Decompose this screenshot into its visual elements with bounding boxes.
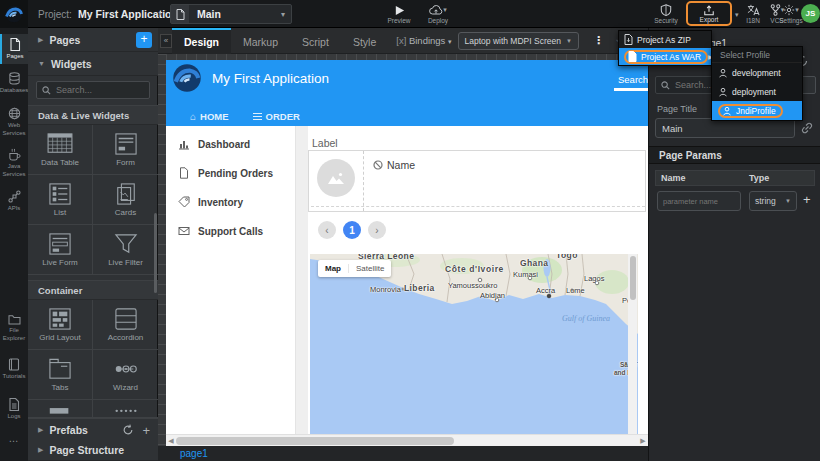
rail-item-java-services[interactable]: Java Services [0, 144, 28, 180]
widget-partial-2[interactable] [93, 400, 158, 418]
nav-home[interactable]: ⌂HOME [190, 111, 229, 122]
rail-item-file-explorer[interactable]: File Explorer [0, 310, 28, 346]
widget-partial-1[interactable] [28, 400, 93, 418]
menu-divider [296, 126, 308, 434]
add-page-button[interactable]: + [136, 32, 152, 48]
add-param-button[interactable]: + [803, 192, 811, 207]
panel-icon [47, 404, 73, 414]
preview-button[interactable]: Preview [382, 2, 416, 26]
tutorial-highlight-ring: JndiProfile [718, 104, 783, 118]
list-widget[interactable]: Name [308, 150, 646, 212]
rail-item-web-services[interactable]: Web Services [0, 103, 28, 139]
designed-page[interactable]: My First Application Search ⌂HOME ORDER … [166, 60, 648, 446]
rail-item-pages[interactable]: Pages [0, 34, 28, 64]
tab-style[interactable]: Style [341, 28, 388, 54]
menu-item-dashboard[interactable]: Dashboard [166, 134, 296, 154]
tab-design[interactable]: Design [172, 28, 231, 54]
bindings-button[interactable]: Bindings ▾ [396, 35, 451, 46]
widget-live-filter[interactable]: Live Filter [93, 225, 158, 275]
widget-wizard[interactable]: Wizard [93, 350, 158, 400]
label-widget[interactable]: Label [312, 137, 338, 149]
i18n-button[interactable]: I18N [741, 2, 765, 26]
tutorial-highlight-ring: Project As WAR [624, 50, 708, 64]
tutorials-icon [8, 358, 20, 371]
pages-panel-header[interactable]: ▶ Pages + [28, 28, 158, 52]
scroll-right-arrow[interactable]: ▶ [638, 437, 648, 445]
widget-grid-layout[interactable]: Grid Layout [28, 300, 93, 350]
dashed-divider [311, 206, 645, 207]
tab-markup[interactable]: Markup [231, 28, 290, 54]
widget-cards[interactable]: Cards [93, 175, 158, 225]
widget-list[interactable]: List [28, 175, 93, 225]
page-horizontal-scrollbar[interactable]: ◀ ▶ [166, 434, 648, 446]
rail-more-button[interactable]: … [0, 433, 28, 444]
page-structure-header[interactable]: ▶ Page Structure [28, 439, 158, 461]
map-label-gulf-of-guinea: Gulf of Guinea [562, 314, 610, 323]
widgets-panel-header[interactable]: ▼ Widgets [28, 52, 158, 76]
live-form-icon [48, 233, 72, 255]
profile-development[interactable]: development [712, 63, 802, 82]
widget-search[interactable] [36, 81, 150, 99]
rail-item-databases[interactable]: Databases [0, 68, 28, 98]
scroll-left-arrow[interactable]: ◀ [166, 437, 176, 445]
param-name-input[interactable] [657, 191, 741, 211]
project-label: Project: [38, 9, 72, 20]
kebab-menu-icon[interactable]: ⋮ [593, 34, 604, 47]
i18n-icon [747, 4, 760, 16]
rail-item-apis[interactable]: APIs [0, 186, 28, 216]
device-selector[interactable]: Laptop with MDPI Screen▼ [458, 32, 579, 50]
profile-jndiprofile[interactable]: JndiProfile [712, 101, 802, 120]
export-chevron-icon[interactable]: ▾ [735, 11, 739, 19]
page-number[interactable]: 1 [343, 221, 361, 239]
refresh-icon[interactable] [122, 424, 134, 436]
vertical-ruler [158, 54, 166, 446]
nav-order[interactable]: ORDER [253, 111, 300, 122]
page-selector-dropdown[interactable]: Main ▾ [170, 4, 292, 24]
add-prefab-button[interactable]: + [142, 423, 150, 438]
menu-item-pending-orders[interactable]: Pending Orders [166, 163, 296, 183]
brand-logo[interactable] [0, 0, 28, 28]
scrollbar-thumb[interactable] [176, 437, 454, 445]
wavemaker-studio: Project: My First Application › Main ▾ P… [0, 0, 820, 461]
logs-icon [8, 398, 20, 411]
menu-item-support-calls[interactable]: Support Calls [166, 221, 296, 241]
param-type-select[interactable]: string ▼ [749, 191, 797, 211]
app-nav: ⌂HOME ORDER [166, 106, 648, 126]
bottom-tab-page1[interactable]: page1 [180, 448, 208, 459]
page-vertical-scrollbar[interactable] [628, 254, 637, 434]
menu-item-project-as-zip[interactable]: Project As ZIP [619, 31, 711, 48]
widget-tabs[interactable]: Tabs [28, 350, 93, 400]
widget-search-input[interactable] [56, 85, 136, 95]
pagination: 1 [318, 221, 393, 239]
rail-item-logs[interactable]: Logs [0, 394, 28, 424]
widget-live-form[interactable]: Live Form [28, 225, 93, 275]
palette-scrollbar[interactable] [154, 213, 157, 293]
page-prev-button[interactable] [318, 221, 336, 239]
satellite-button[interactable]: Satellite [349, 264, 391, 273]
security-button[interactable]: Security [650, 2, 682, 26]
chevron-down-icon: ▾ [443, 6, 447, 14]
map-widget[interactable]: Sierra Leone Monrovia Liberia Côte d'Ivo… [310, 254, 638, 434]
menu-item-inventory[interactable]: Inventory [166, 192, 296, 212]
profile-deployment[interactable]: deployment [712, 82, 802, 101]
deploy-button[interactable]: ▾ Deploy [418, 2, 458, 26]
export-button[interactable]: Export [686, 1, 732, 26]
page-next-button[interactable] [368, 221, 386, 239]
map-button[interactable]: Map [318, 264, 349, 273]
app-search-link[interactable]: Search [618, 74, 648, 85]
triangle-right-icon: ▶ [38, 426, 43, 434]
widget-form[interactable]: Form [93, 125, 158, 175]
rail-item-tutorials[interactable]: Tutorials [0, 354, 28, 384]
link-icon[interactable] [801, 122, 813, 134]
search-underline [614, 88, 648, 91]
page-title-input[interactable] [655, 118, 795, 138]
scrollbar-thumb[interactable] [630, 256, 636, 300]
widget-accordion[interactable]: Accordion [93, 300, 158, 350]
map-type-control[interactable]: Map Satellite [318, 260, 391, 277]
tab-script[interactable]: Script [290, 28, 341, 54]
widget-data-table[interactable]: Data Table [28, 125, 93, 175]
tabs-icon [48, 358, 72, 380]
menu-item-project-as-war[interactable]: Project As WAR ▶ [619, 48, 711, 65]
collapse-panel-icon[interactable]: « [160, 34, 172, 48]
user-avatar[interactable]: JS [801, 4, 820, 23]
